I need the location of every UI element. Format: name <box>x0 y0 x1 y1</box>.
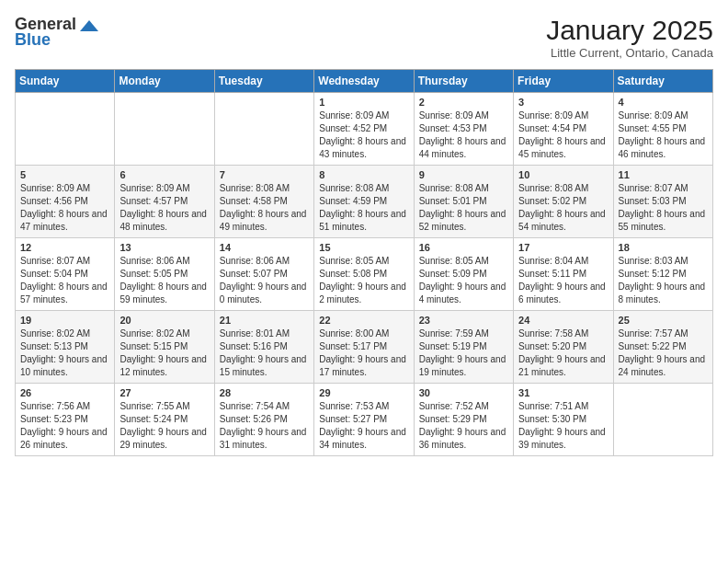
day-number: 18 <box>619 242 708 253</box>
weekday-header-wednesday: Wednesday <box>314 70 414 93</box>
day-number: 27 <box>119 387 209 398</box>
day-info: Sunrise: 8:02 AM Sunset: 5:15 PM Dayligh… <box>119 327 209 379</box>
day-info: Sunrise: 8:09 AM Sunset: 4:54 PM Dayligh… <box>518 109 608 161</box>
day-number: 30 <box>419 387 508 398</box>
logo-blue-text: Blue <box>15 30 51 50</box>
week-row-2: 5Sunrise: 8:09 AM Sunset: 4:56 PM Daylig… <box>16 166 713 238</box>
day-number: 17 <box>518 242 608 253</box>
page-header: General Blue January 2025 Little Current… <box>15 15 713 60</box>
calendar-cell: 16Sunrise: 8:05 AM Sunset: 5:09 PM Dayli… <box>414 238 513 311</box>
week-row-3: 12Sunrise: 8:07 AM Sunset: 5:04 PM Dayli… <box>16 238 713 311</box>
calendar-cell: 3Sunrise: 8:09 AM Sunset: 4:54 PM Daylig… <box>514 93 613 166</box>
logo-icon <box>78 18 98 33</box>
calendar-cell: 10Sunrise: 8:08 AM Sunset: 5:02 PM Dayli… <box>514 166 613 238</box>
weekday-header-tuesday: Tuesday <box>214 70 313 93</box>
day-number: 11 <box>619 169 708 180</box>
day-number: 12 <box>20 242 109 253</box>
day-number: 25 <box>619 315 708 326</box>
day-number: 10 <box>518 169 608 180</box>
calendar-cell: 21Sunrise: 8:01 AM Sunset: 5:16 PM Dayli… <box>214 311 313 384</box>
calendar-cell <box>16 93 115 166</box>
day-number: 23 <box>419 315 508 326</box>
weekday-header-row: SundayMondayTuesdayWednesdayThursdayFrid… <box>16 70 713 93</box>
day-info: Sunrise: 8:09 AM Sunset: 4:56 PM Dayligh… <box>20 182 109 234</box>
day-number: 26 <box>20 387 109 398</box>
day-number: 7 <box>220 169 309 180</box>
calendar-cell: 7Sunrise: 8:08 AM Sunset: 4:58 PM Daylig… <box>214 166 313 238</box>
day-number: 20 <box>119 315 209 326</box>
day-info: Sunrise: 7:55 AM Sunset: 5:24 PM Dayligh… <box>119 400 209 452</box>
calendar-cell: 28Sunrise: 7:54 AM Sunset: 5:26 PM Dayli… <box>214 384 313 456</box>
day-number: 14 <box>220 242 309 253</box>
location-text: Little Current, Ontario, Canada <box>546 46 713 60</box>
day-number: 22 <box>319 315 408 326</box>
day-info: Sunrise: 8:08 AM Sunset: 4:59 PM Dayligh… <box>319 182 408 234</box>
calendar-cell: 8Sunrise: 8:08 AM Sunset: 4:59 PM Daylig… <box>314 166 414 238</box>
day-number: 13 <box>119 242 209 253</box>
day-number: 8 <box>319 169 408 180</box>
day-number: 2 <box>419 97 508 108</box>
week-row-4: 19Sunrise: 8:02 AM Sunset: 5:13 PM Dayli… <box>16 311 713 384</box>
calendar-cell: 5Sunrise: 8:09 AM Sunset: 4:56 PM Daylig… <box>16 166 115 238</box>
title-block: January 2025 Little Current, Ontario, Ca… <box>546 15 713 60</box>
calendar-cell: 20Sunrise: 8:02 AM Sunset: 5:15 PM Dayli… <box>115 311 214 384</box>
weekday-header-saturday: Saturday <box>613 70 712 93</box>
day-info: Sunrise: 8:09 AM Sunset: 4:52 PM Dayligh… <box>319 109 408 161</box>
calendar-cell: 27Sunrise: 7:55 AM Sunset: 5:24 PM Dayli… <box>115 384 214 456</box>
day-number: 31 <box>518 387 608 398</box>
calendar-cell <box>214 93 313 166</box>
calendar-cell: 18Sunrise: 8:03 AM Sunset: 5:12 PM Dayli… <box>613 238 712 311</box>
day-info: Sunrise: 8:05 AM Sunset: 5:08 PM Dayligh… <box>319 255 408 306</box>
calendar-cell: 11Sunrise: 8:07 AM Sunset: 5:03 PM Dayli… <box>613 166 712 238</box>
weekday-header-friday: Friday <box>514 70 613 93</box>
calendar-cell: 26Sunrise: 7:56 AM Sunset: 5:23 PM Dayli… <box>16 384 115 456</box>
month-title: January 2025 <box>546 15 713 46</box>
weekday-header-thursday: Thursday <box>414 70 513 93</box>
calendar-cell: 1Sunrise: 8:09 AM Sunset: 4:52 PM Daylig… <box>314 93 414 166</box>
day-number: 24 <box>518 315 608 326</box>
day-number: 19 <box>20 315 109 326</box>
calendar-cell: 19Sunrise: 8:02 AM Sunset: 5:13 PM Dayli… <box>16 311 115 384</box>
day-number: 5 <box>20 169 109 180</box>
day-number: 1 <box>319 97 408 108</box>
calendar-cell: 12Sunrise: 8:07 AM Sunset: 5:04 PM Dayli… <box>16 238 115 311</box>
day-number: 21 <box>220 315 309 326</box>
calendar-cell: 9Sunrise: 8:08 AM Sunset: 5:01 PM Daylig… <box>414 166 513 238</box>
calendar-cell: 29Sunrise: 7:53 AM Sunset: 5:27 PM Dayli… <box>314 384 414 456</box>
calendar-cell: 24Sunrise: 7:58 AM Sunset: 5:20 PM Dayli… <box>514 311 613 384</box>
day-number: 29 <box>319 387 408 398</box>
calendar-table: SundayMondayTuesdayWednesdayThursdayFrid… <box>15 69 713 456</box>
day-info: Sunrise: 8:06 AM Sunset: 5:07 PM Dayligh… <box>220 255 309 306</box>
day-info: Sunrise: 8:03 AM Sunset: 5:12 PM Dayligh… <box>619 255 708 306</box>
calendar-cell: 15Sunrise: 8:05 AM Sunset: 5:08 PM Dayli… <box>314 238 414 311</box>
calendar-cell: 23Sunrise: 7:59 AM Sunset: 5:19 PM Dayli… <box>414 311 513 384</box>
day-info: Sunrise: 7:52 AM Sunset: 5:29 PM Dayligh… <box>419 400 508 452</box>
day-info: Sunrise: 8:01 AM Sunset: 5:16 PM Dayligh… <box>220 327 309 379</box>
calendar-cell: 17Sunrise: 8:04 AM Sunset: 5:11 PM Dayli… <box>514 238 613 311</box>
day-info: Sunrise: 7:57 AM Sunset: 5:22 PM Dayligh… <box>619 327 708 379</box>
day-info: Sunrise: 8:02 AM Sunset: 5:13 PM Dayligh… <box>20 327 109 379</box>
calendar-cell: 6Sunrise: 8:09 AM Sunset: 4:57 PM Daylig… <box>115 166 214 238</box>
day-number: 9 <box>419 169 508 180</box>
logo: General Blue <box>15 15 98 50</box>
calendar-cell: 22Sunrise: 8:00 AM Sunset: 5:17 PM Dayli… <box>314 311 414 384</box>
svg-marker-0 <box>80 20 98 31</box>
day-info: Sunrise: 8:09 AM Sunset: 4:53 PM Dayligh… <box>419 109 508 161</box>
weekday-header-sunday: Sunday <box>16 70 115 93</box>
day-number: 3 <box>518 97 608 108</box>
day-info: Sunrise: 7:54 AM Sunset: 5:26 PM Dayligh… <box>220 400 309 452</box>
day-info: Sunrise: 7:56 AM Sunset: 5:23 PM Dayligh… <box>20 400 109 452</box>
week-row-1: 1Sunrise: 8:09 AM Sunset: 4:52 PM Daylig… <box>16 93 713 166</box>
day-number: 16 <box>419 242 508 253</box>
day-info: Sunrise: 7:51 AM Sunset: 5:30 PM Dayligh… <box>518 400 608 452</box>
day-info: Sunrise: 8:09 AM Sunset: 4:57 PM Dayligh… <box>119 182 209 234</box>
calendar-cell: 30Sunrise: 7:52 AM Sunset: 5:29 PM Dayli… <box>414 384 513 456</box>
day-info: Sunrise: 8:07 AM Sunset: 5:04 PM Dayligh… <box>20 255 109 306</box>
day-number: 28 <box>220 387 309 398</box>
day-info: Sunrise: 8:07 AM Sunset: 5:03 PM Dayligh… <box>619 182 708 234</box>
day-info: Sunrise: 8:09 AM Sunset: 4:55 PM Dayligh… <box>619 109 708 161</box>
day-info: Sunrise: 8:08 AM Sunset: 5:01 PM Dayligh… <box>419 182 508 234</box>
calendar-cell: 13Sunrise: 8:06 AM Sunset: 5:05 PM Dayli… <box>115 238 214 311</box>
day-info: Sunrise: 8:00 AM Sunset: 5:17 PM Dayligh… <box>319 327 408 379</box>
calendar-cell: 14Sunrise: 8:06 AM Sunset: 5:07 PM Dayli… <box>214 238 313 311</box>
